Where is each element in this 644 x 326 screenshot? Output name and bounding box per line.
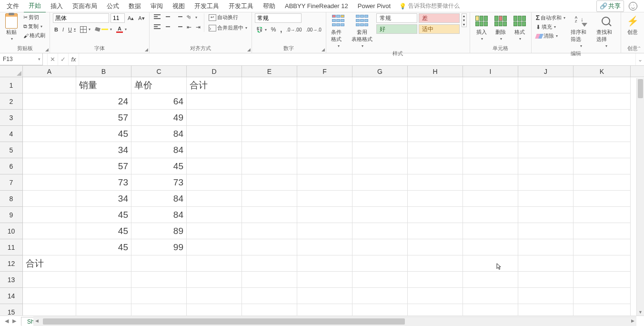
- cell-C6[interactable]: 45: [131, 158, 187, 174]
- cell-C4[interactable]: 84: [131, 126, 187, 142]
- tab-file[interactable]: 文件: [2, 0, 24, 12]
- cell-D3[interactable]: [187, 110, 242, 126]
- cell-F2[interactable]: [297, 93, 352, 110]
- tab-powerpivot[interactable]: Power Pivot: [353, 0, 395, 11]
- tab-dev2[interactable]: 开发工具: [224, 0, 258, 12]
- select-all-triangle[interactable]: [0, 66, 23, 77]
- cell-G7[interactable]: [352, 174, 408, 191]
- cell-D6[interactable]: [187, 158, 242, 174]
- horizontal-scrollbar[interactable]: ◀ ▶: [33, 316, 636, 326]
- cell-C13[interactable]: [131, 272, 187, 288]
- align-right-button[interactable]: [174, 24, 184, 31]
- cell-D4[interactable]: [187, 126, 242, 142]
- cell-I12[interactable]: [463, 255, 518, 272]
- cell-C8[interactable]: 84: [131, 191, 187, 207]
- cell-F14[interactable]: [297, 288, 352, 304]
- collapse-ribbon-button[interactable]: ⌃: [637, 46, 641, 51]
- cut-button[interactable]: ✂剪切: [22, 13, 47, 21]
- cell-A10[interactable]: [23, 223, 76, 239]
- column-header-C[interactable]: C: [131, 66, 187, 77]
- row-header-1[interactable]: 1: [0, 77, 23, 93]
- cell-F15[interactable]: [297, 304, 352, 316]
- italic-button[interactable]: I: [61, 26, 65, 33]
- cell-F1[interactable]: [297, 77, 352, 93]
- cell-K14[interactable]: [574, 288, 631, 304]
- cell-B11[interactable]: 45: [76, 239, 131, 255]
- cell-D2[interactable]: [187, 93, 242, 110]
- share-button[interactable]: 🔗 共享: [596, 0, 624, 12]
- sheet-nav-next[interactable]: ▶: [12, 318, 16, 324]
- tab-formulas[interactable]: 公式: [102, 0, 124, 12]
- cell-H3[interactable]: [408, 110, 463, 126]
- cell-I4[interactable]: [463, 126, 518, 142]
- currency-button[interactable]: 💱: [255, 26, 268, 33]
- name-box[interactable]: F13: [0, 53, 43, 65]
- column-header-F[interactable]: F: [297, 66, 352, 77]
- cell-C14[interactable]: [131, 288, 187, 304]
- cancel-formula-button[interactable]: ✕: [48, 53, 58, 65]
- number-launcher[interactable]: ◢: [322, 47, 325, 52]
- cell-G9[interactable]: [352, 207, 408, 223]
- expand-formula-bar-button[interactable]: ⌄: [635, 53, 644, 65]
- cell-G3[interactable]: [352, 110, 408, 126]
- column-header-I[interactable]: I: [463, 66, 518, 77]
- cell-D8[interactable]: [187, 191, 242, 207]
- cell-A6[interactable]: [23, 158, 76, 174]
- insert-cells-button[interactable]: 插入: [473, 13, 490, 42]
- number-format-combo[interactable]: [255, 13, 302, 23]
- cell-J9[interactable]: [518, 207, 574, 223]
- cell-F3[interactable]: [297, 110, 352, 126]
- cell-H11[interactable]: [408, 239, 463, 255]
- cell-B8[interactable]: 34: [76, 191, 131, 207]
- cell-G6[interactable]: [352, 158, 408, 174]
- cell-J3[interactable]: [518, 110, 574, 126]
- hscroll-thumb[interactable]: [43, 318, 405, 325]
- cell-E14[interactable]: [242, 288, 297, 304]
- tab-data[interactable]: 数据: [124, 0, 146, 12]
- cell-C3[interactable]: 49: [131, 110, 187, 126]
- decrease-decimal-button[interactable]: .00→.0: [305, 27, 323, 33]
- cell-F12[interactable]: [297, 255, 352, 272]
- cell-E10[interactable]: [242, 223, 297, 239]
- align-bottom-button[interactable]: [174, 14, 184, 20]
- column-header-A[interactable]: A: [23, 66, 76, 77]
- cell-A11[interactable]: [23, 239, 76, 255]
- cell-D12[interactable]: [187, 255, 242, 272]
- vertical-scrollbar[interactable]: ▲ ▼: [636, 78, 644, 316]
- border-button[interactable]: [79, 26, 92, 33]
- cell-I11[interactable]: [463, 239, 518, 255]
- cell-C12[interactable]: [131, 255, 187, 272]
- row-header-11[interactable]: 11: [0, 239, 23, 255]
- cell-H5[interactable]: [408, 142, 463, 158]
- cell-H7[interactable]: [408, 174, 463, 191]
- cell-G12[interactable]: [352, 255, 408, 272]
- merge-center-button[interactable]: 合并后居中: [207, 24, 249, 32]
- align-left-button[interactable]: [152, 24, 162, 31]
- cell-A15[interactable]: [23, 304, 76, 316]
- cell-B2[interactable]: 24: [76, 93, 131, 110]
- cell-K8[interactable]: [574, 191, 631, 207]
- cell-K4[interactable]: [574, 126, 631, 142]
- cell-E15[interactable]: [242, 304, 297, 316]
- cell-J14[interactable]: [518, 288, 574, 304]
- cell-B3[interactable]: 57: [76, 110, 131, 126]
- paste-button[interactable]: 粘贴: [3, 13, 20, 42]
- cell-H15[interactable]: [408, 304, 463, 316]
- cell-K11[interactable]: [574, 239, 631, 255]
- cell-A3[interactable]: [23, 110, 76, 126]
- cell-C11[interactable]: 99: [131, 239, 187, 255]
- cell-H13[interactable]: [408, 272, 463, 288]
- insert-function-button[interactable]: fx: [69, 53, 79, 65]
- cell-E4[interactable]: [242, 126, 297, 142]
- row-header-15[interactable]: 15: [0, 304, 23, 316]
- tab-abbyy[interactable]: ABBYY FineReader 12: [280, 0, 353, 11]
- orientation-button[interactable]: [185, 13, 199, 21]
- cell-K13[interactable]: [574, 272, 631, 288]
- scroll-right-arrow[interactable]: ▶: [631, 318, 634, 323]
- row-header-14[interactable]: 14: [0, 288, 23, 304]
- cell-C1[interactable]: 单价: [131, 77, 187, 93]
- cell-K2[interactable]: [574, 93, 631, 110]
- cell-I13[interactable]: [463, 272, 518, 288]
- cell-D11[interactable]: [187, 239, 242, 255]
- cell-B1[interactable]: 销量: [76, 77, 131, 93]
